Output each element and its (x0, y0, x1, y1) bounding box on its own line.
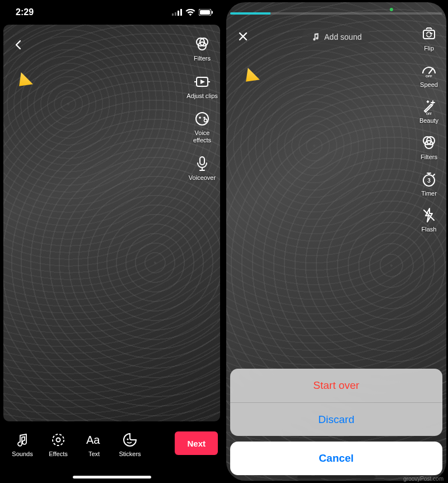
sheet-options-group: Start over Discard (230, 369, 442, 436)
svg-rect-3 (180, 9, 182, 16)
filters-icon (419, 133, 438, 152)
record-progress (230, 12, 442, 15)
svg-point-14 (204, 119, 207, 122)
phone-left-edit-screen: 2:29 Filters (0, 0, 223, 483)
svg-text:3: 3 (427, 178, 431, 184)
adjust-clips-icon (193, 72, 212, 91)
effects-icon (50, 431, 67, 448)
svg-rect-2 (178, 11, 179, 16)
music-note-icon (311, 32, 320, 43)
text-nav[interactable]: Aa Text (77, 431, 111, 457)
svg-text:OFF: OFF (426, 112, 432, 115)
flash-off-icon (419, 206, 438, 225)
voiceover-tool[interactable]: Voiceover (185, 154, 219, 182)
wifi-icon (185, 9, 195, 16)
svg-rect-5 (200, 10, 210, 15)
svg-rect-1 (175, 12, 176, 16)
magic-wand-icon: OFF (419, 97, 438, 116)
svg-rect-6 (212, 11, 213, 14)
sticker-icon (122, 431, 138, 448)
svg-point-12 (199, 117, 201, 119)
status-bar: 2:29 (0, 0, 223, 25)
status-icons (172, 9, 213, 16)
timer-icon: 3 (419, 170, 438, 189)
filters-tool[interactable]: Filters (185, 35, 219, 62)
signal-icon (172, 9, 182, 16)
close-button[interactable] (234, 27, 253, 46)
effects-nav[interactable]: Effects (41, 431, 75, 457)
phone-right-record-screen: Add sound Flip OFF Speed OFF Beauty Filt… (225, 0, 448, 483)
start-over-option[interactable]: Start over (230, 369, 442, 402)
voice-effects-icon (193, 109, 212, 128)
svg-text:Aa: Aa (86, 434, 100, 446)
text-icon: Aa (86, 431, 102, 448)
speedometer-icon: OFF (419, 61, 438, 80)
svg-point-16 (53, 434, 64, 445)
filters-icon (193, 35, 212, 54)
svg-point-19 (127, 438, 128, 440)
beauty-tool[interactable]: OFF Beauty (412, 97, 446, 124)
battery-icon (199, 9, 213, 16)
watermark: groovyPost.com (403, 476, 444, 482)
home-indicator[interactable] (297, 476, 376, 479)
svg-point-13 (203, 117, 206, 119)
speed-tool[interactable]: OFF Speed (412, 61, 446, 89)
svg-text:OFF: OFF (426, 75, 432, 78)
svg-point-17 (57, 438, 60, 442)
flip-camera-icon (419, 25, 438, 44)
next-button[interactable]: Next (175, 431, 218, 455)
svg-rect-0 (172, 13, 174, 16)
microphone-icon (193, 154, 212, 173)
discard-option[interactable]: Discard (230, 402, 442, 436)
music-note-icon (14, 431, 31, 448)
flash-tool[interactable]: Flash (412, 206, 446, 233)
camera-in-use-indicator (390, 8, 393, 11)
voice-effects-tool[interactable]: Voice effects (185, 109, 219, 143)
record-progress-fill (230, 12, 270, 15)
status-time: 2:29 (16, 7, 34, 17)
discard-action-sheet: Start over Discard Cancel (230, 369, 442, 475)
bottom-nav: Sounds Effects Aa Text Stickers Next (0, 424, 223, 483)
flip-tool[interactable]: Flip (412, 25, 446, 52)
home-indicator[interactable] (73, 476, 151, 479)
sounds-nav[interactable]: Sounds (6, 431, 39, 457)
adjust-clips-tool[interactable]: Adjust clips (185, 72, 219, 100)
back-button[interactable] (9, 35, 28, 54)
svg-point-11 (196, 113, 208, 125)
add-sound-button[interactable]: Add sound (302, 27, 371, 47)
cancel-option[interactable]: Cancel (230, 442, 442, 475)
stickers-nav[interactable]: Stickers (113, 431, 147, 457)
timer-tool[interactable]: 3 Timer (412, 170, 446, 197)
filters-tool[interactable]: Filters (412, 133, 446, 161)
svg-rect-15 (200, 157, 204, 165)
